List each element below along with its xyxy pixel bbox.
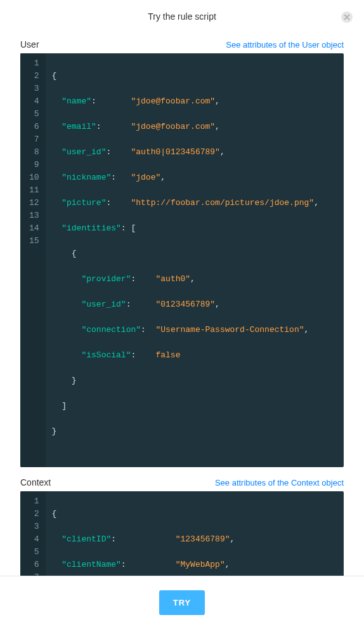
user-editor[interactable]: 123456789101112131415 { "name": "jdoe@fo…	[20, 53, 344, 467]
context-attributes-link[interactable]: See attributes of the Context object	[215, 478, 344, 487]
user-section-title: User	[20, 39, 39, 50]
user-gutter: 123456789101112131415	[20, 53, 46, 467]
dialog-content: User See attributes of the User object 1…	[0, 29, 364, 576]
context-section: Context See attributes of the Context ob…	[20, 477, 344, 576]
try-button[interactable]: TRY	[159, 590, 205, 615]
context-code[interactable]: { "clientID": "123456789", "clientName":…	[46, 491, 344, 576]
user-section: User See attributes of the User object 1…	[20, 39, 344, 467]
code-value: "jdoe@foobar.com"	[131, 96, 215, 106]
dialog-footer: TRY	[0, 576, 364, 629]
context-editor[interactable]: 1234567891011121314151617 { "clientID": …	[20, 491, 344, 576]
dialog-header: Try the rule script	[0, 0, 364, 29]
user-attributes-link[interactable]: See attributes of the User object	[226, 40, 344, 50]
context-section-title: Context	[20, 477, 51, 487]
close-icon[interactable]	[341, 11, 353, 23]
user-code[interactable]: { "name": "jdoe@foobar.com", "email": "j…	[46, 53, 344, 467]
dialog-title: Try the rule script	[148, 11, 216, 22]
context-gutter: 1234567891011121314151617	[20, 491, 46, 576]
